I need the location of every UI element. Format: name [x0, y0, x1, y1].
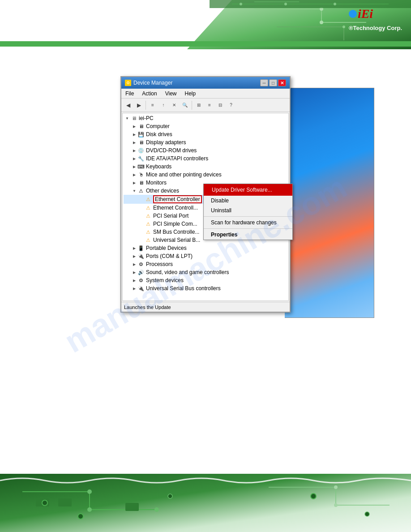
label-sound: Sound, video and game controllers	[146, 269, 229, 275]
context-menu-properties[interactable]: Properties	[204, 230, 292, 240]
arrow-system: ▶	[132, 278, 137, 283]
logo-subtext: ®Technology Corp.	[349, 25, 402, 31]
title-bar-left: ⚙ Device Manager	[125, 80, 172, 86]
tree-item-sound[interactable]: ▶ 🔊 Sound, video and game controllers	[124, 268, 287, 276]
context-menu-scan[interactable]: Scan for hardware changes	[204, 218, 292, 227]
label-usb: Universal Serial Bus controllers	[146, 285, 221, 292]
label-computer: Computer	[146, 123, 170, 129]
tree-root[interactable]: ▼ 🖥 iei-PC	[124, 114, 287, 122]
tree-item-keyboards[interactable]: ▶ ⌨ Keyboards	[124, 163, 287, 171]
help-button[interactable]: ?	[226, 100, 236, 110]
label-processors: Processors	[146, 261, 173, 267]
icon-ethernet2: ⚠	[145, 204, 152, 211]
svg-point-12	[240, 3, 242, 5]
icon-computer: 🖥	[137, 123, 145, 130]
svg-point-8	[342, 26, 345, 28]
toolbar: ◀ ▶ ≡ ↑ ✕ 🔍 ⊞ ≡ ⊟ ?	[121, 99, 290, 112]
label-ethernet2: Ethernet Controll...	[153, 205, 198, 211]
label-ports: Ports (COM & LPT)	[146, 253, 193, 259]
arrow-sound: ▶	[132, 270, 137, 275]
context-menu-uninstall[interactable]: Uninstall	[204, 206, 292, 215]
view-button-3[interactable]: ⊟	[215, 100, 225, 110]
status-text: Launches the Update	[124, 305, 251, 310]
tree-item-portable[interactable]: ▶ 📱 Portable Devices	[124, 244, 287, 252]
label-otherdevices: Other devices	[146, 188, 179, 194]
icon-pciserial: ⚠	[145, 212, 152, 219]
properties-button[interactable]: ≡	[148, 100, 158, 110]
icon-mice: 🖱	[137, 171, 145, 178]
back-button[interactable]: ◀	[123, 100, 133, 110]
device-manager-icon: ⚙	[125, 80, 131, 86]
logo: iEi ®Technology Corp.	[349, 7, 402, 31]
icon-processors: ⚙	[137, 261, 145, 268]
view-button-2[interactable]: ≡	[205, 100, 214, 110]
title-bar-buttons: ─ □ ✕	[260, 79, 286, 86]
scan-button[interactable]: 🔍	[180, 100, 190, 110]
tree-item-display[interactable]: ▶ 🖥 Display adapters	[124, 138, 287, 146]
view-button-1[interactable]: ⊞	[194, 100, 204, 110]
icon-diskdrives: 💾	[137, 131, 145, 138]
menu-view[interactable]: View	[163, 90, 179, 97]
context-menu-disable[interactable]: Disable	[204, 196, 292, 206]
window-title: Device Manager	[133, 80, 172, 86]
arrow-pcisimple	[139, 221, 144, 227]
tree-item-ports[interactable]: ▶ 🔌 Ports (COM & LPT)	[124, 252, 287, 260]
menu-bar: File Action View Help	[121, 89, 290, 99]
update-driver-button[interactable]: ↑	[158, 100, 168, 110]
minimize-button[interactable]: ─	[260, 79, 268, 86]
arrow-display: ▶	[132, 140, 137, 145]
svg-point-20	[87, 507, 92, 512]
icon-keyboards: ⌨	[137, 163, 145, 170]
windows-background	[285, 88, 374, 318]
label-smbus: SM Bus Controlle...	[153, 229, 199, 235]
icon-ethernet1: ⚠	[145, 196, 152, 203]
status-bar: Launches the Update	[121, 302, 290, 312]
label-ide: IDE ATA/ATAPI controllers	[146, 155, 208, 162]
toolbar-sep-1	[146, 101, 146, 110]
forward-button[interactable]: ▶	[134, 100, 144, 110]
menu-help[interactable]: Help	[183, 90, 198, 97]
icon-portable: 📱	[137, 245, 145, 252]
tree-item-mice[interactable]: ▶ 🖱 Mice and other pointing devices	[124, 171, 287, 179]
menu-action[interactable]: Action	[140, 90, 158, 97]
label-portable: Portable Devices	[146, 245, 187, 251]
icon-sound: 🔊	[137, 269, 145, 276]
logo-text: iEi	[358, 7, 373, 21]
svg-point-19	[87, 489, 92, 494]
main-content: manualmachine.com ⚙ Device Manager ─ □ ✕	[0, 49, 411, 479]
root-arrow: ▼	[124, 116, 130, 121]
label-dvd: DVD/CD-ROM drives	[146, 147, 197, 154]
menu-file[interactable]: File	[124, 90, 136, 97]
close-button[interactable]: ✕	[278, 79, 286, 86]
arrow-ide: ▶	[132, 156, 137, 161]
svg-point-13	[284, 3, 287, 5]
context-menu-update-driver[interactable]: Update Driver Software...	[204, 184, 292, 196]
tree-item-system[interactable]: ▶ ⚙ System devices	[124, 276, 287, 284]
svg-point-33	[311, 493, 316, 499]
icon-universalserial: ⚠	[145, 236, 152, 244]
context-menu-separator	[204, 216, 292, 217]
tree-item-processors[interactable]: ▶ ⚙ Processors	[124, 260, 287, 268]
tree-item-ide[interactable]: ▶ 🔧 IDE ATA/ATAPI controllers	[124, 154, 287, 163]
tree-item-dvd[interactable]: ▶ 💿 DVD/CD-ROM drives	[124, 146, 287, 154]
label-display: Display adapters	[146, 139, 186, 146]
arrow-ethernet1	[139, 197, 144, 202]
arrow-diskdrives: ▶	[132, 132, 137, 137]
icon-ports: 🔌	[137, 253, 145, 260]
arrow-portable: ▶	[132, 245, 137, 251]
arrow-keyboards: ▶	[132, 164, 137, 169]
label-universalserial: Universal Serial B...	[153, 237, 200, 243]
screenshot-area: ⚙ Device Manager ─ □ ✕ File Action View …	[120, 76, 291, 313]
arrow-ports: ▶	[132, 253, 137, 259]
arrow-computer: ▶	[132, 124, 137, 129]
tree-item-diskdrives[interactable]: ▶ 💾 Disk drives	[124, 130, 287, 138]
label-system: System devices	[146, 277, 184, 283]
uninstall-button[interactable]: ✕	[169, 100, 179, 110]
maximize-button[interactable]: □	[269, 79, 277, 86]
tree-item-computer[interactable]: ▶ 🖥 Computer	[124, 122, 287, 130]
header-wave	[0, 41, 411, 47]
label-diskdrives: Disk drives	[146, 131, 172, 137]
tree-item-usb[interactable]: ▶ 🔌 Universal Serial Bus controllers	[124, 284, 287, 292]
icon-usb: 🔌	[137, 285, 145, 292]
svg-point-5	[320, 21, 323, 24]
